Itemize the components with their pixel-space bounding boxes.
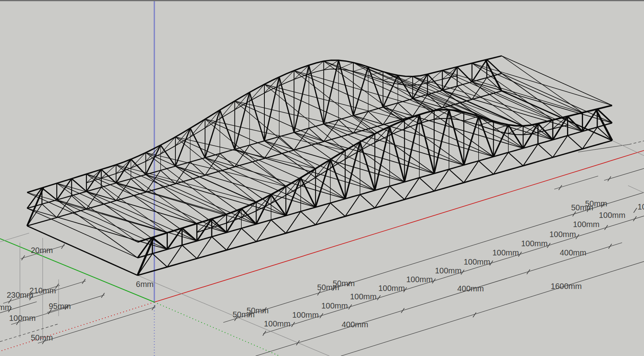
end-post xyxy=(138,237,154,275)
truss-diagonal xyxy=(390,127,404,182)
arch-lacing xyxy=(161,137,175,154)
top-strut xyxy=(27,192,138,242)
dimension-label: 100mm xyxy=(264,319,291,328)
deck-cross-beam xyxy=(413,99,523,148)
dimension-tick xyxy=(101,293,104,298)
dimension-label: 100mm xyxy=(321,301,348,310)
dimension-label: 100mm xyxy=(406,275,433,284)
deck-lacing xyxy=(301,212,315,225)
dimension-tick xyxy=(291,322,295,327)
dimension-label: 100mm xyxy=(549,230,576,239)
dimension-label: 100mm xyxy=(573,220,600,229)
dimension-tick xyxy=(320,313,323,318)
arch-lacing xyxy=(464,117,479,121)
dimension-label: 1600mm xyxy=(551,282,582,291)
witness-line xyxy=(0,233,29,242)
dimension-label: 100mm xyxy=(350,292,377,301)
dimension-label: 400mm xyxy=(457,284,484,293)
deck-x-brace xyxy=(87,192,167,249)
deck-lacing xyxy=(419,178,434,191)
deck-lacing xyxy=(339,120,353,133)
truss-diagonal xyxy=(457,67,472,82)
truss-diagonal xyxy=(250,92,264,141)
dimension-label: 400mm xyxy=(560,248,587,257)
dimension-tick xyxy=(608,176,611,181)
top-strut xyxy=(324,61,434,111)
deck-cross-beam xyxy=(472,82,583,131)
arch-lacing xyxy=(241,202,256,218)
arch-lacing xyxy=(279,71,294,86)
deck-lacing xyxy=(42,204,57,217)
arch-lacing xyxy=(301,169,315,187)
dimension-label: 210mm xyxy=(30,286,56,295)
dimension-tick xyxy=(634,208,637,213)
deck-cross-beam xyxy=(353,116,464,165)
dimension-line xyxy=(341,261,644,356)
deck-cross-beam xyxy=(235,149,345,199)
red-axis-solid xyxy=(154,150,644,302)
dimension-line xyxy=(604,168,644,180)
dashed-extension-line xyxy=(629,141,644,144)
arch-lacing xyxy=(190,119,205,137)
end-post xyxy=(596,109,612,140)
deck-lacing xyxy=(182,245,197,258)
dimension-label: 20mm xyxy=(31,246,53,255)
deck-lacing xyxy=(368,111,383,125)
dimension-tick xyxy=(573,212,576,216)
truss-diagonal xyxy=(42,188,57,200)
deck-lacing xyxy=(271,220,286,233)
dimension-label: 95mm xyxy=(49,302,71,311)
deck-lacing xyxy=(597,127,612,140)
top-x-brace xyxy=(324,61,405,120)
deck-lacing xyxy=(567,136,582,149)
truss-diagonal xyxy=(309,65,324,124)
dimension-label: 100mm xyxy=(492,248,519,257)
truss-diagonal xyxy=(479,117,493,157)
dimension-label: 50mm xyxy=(31,333,53,342)
deck-lacing xyxy=(360,195,375,208)
red-axis-dotted xyxy=(0,302,154,351)
dimension-label: 6mm xyxy=(136,280,154,289)
deck-lacing xyxy=(330,203,345,216)
dimension-label: 50mm xyxy=(585,199,607,208)
arch-lacing xyxy=(131,152,146,168)
arch-lacing xyxy=(339,63,353,69)
dimension-labels-layer: 20mm230mm210mm95mmmm100mm50mm6mm50mm50mm… xyxy=(0,199,644,342)
dimension-label: 100mm xyxy=(599,211,626,220)
deck-lacing xyxy=(538,144,553,157)
cad-viewport[interactable]: 20mm230mm210mm95mmmm100mm50mm6mm50mm50mm… xyxy=(0,0,644,356)
arch-lacing xyxy=(286,178,301,195)
dimension-label: 100mm xyxy=(378,284,405,293)
deck-x-brace xyxy=(175,166,256,224)
dimension-line xyxy=(38,307,156,343)
top-x-brace xyxy=(502,56,583,113)
witness-line xyxy=(612,140,644,156)
arch-lacing xyxy=(250,84,264,101)
witness-line xyxy=(628,186,644,193)
dimension-label: mm xyxy=(0,303,12,312)
top-x-brace xyxy=(472,63,553,120)
dimension-label: 100mm xyxy=(464,257,490,266)
deck-lacing xyxy=(479,161,493,174)
deck-lacing xyxy=(241,228,256,241)
dimension-tick xyxy=(22,255,25,260)
deck-cross-beam xyxy=(57,200,167,249)
top-strut xyxy=(264,84,375,134)
truss-diagonal xyxy=(264,77,279,141)
viewport-canvas[interactable]: 20mm230mm210mm95mmmm100mm50mm6mm50mm50mm… xyxy=(0,0,644,356)
dimension-label: 50mm xyxy=(333,279,355,288)
dimension-label: 100mm xyxy=(521,239,548,248)
deck-lacing xyxy=(212,237,226,250)
truss-diagonal xyxy=(464,117,479,165)
top-x-brace xyxy=(116,165,197,223)
deck-lacing xyxy=(72,196,87,209)
deck-x-brace xyxy=(264,141,345,199)
dimension-line xyxy=(256,243,622,356)
top-x-brace xyxy=(57,183,138,242)
deck-lacing xyxy=(390,186,404,199)
dimension-label: 100mm xyxy=(292,311,319,319)
dimension-tick xyxy=(633,216,636,221)
deck-lacing xyxy=(508,152,523,166)
arch-lacing xyxy=(220,101,234,119)
dimension-tick xyxy=(401,308,404,313)
